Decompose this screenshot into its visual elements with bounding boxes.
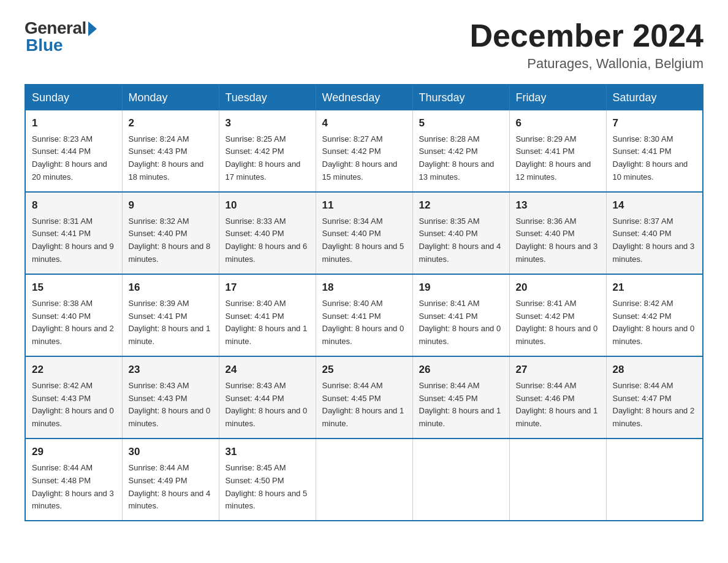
day-info: Sunrise: 8:24 AMSunset: 4:43 PMDaylight:… <box>129 134 204 182</box>
title-section: December 2024 Paturages, Wallonia, Belgi… <box>469 18 703 72</box>
day-of-week-header: Sunday <box>25 85 122 110</box>
page-header: General Blue December 2024 Paturages, Wa… <box>25 18 703 72</box>
calendar-day-cell: 10Sunrise: 8:33 AMSunset: 4:40 PMDayligh… <box>219 192 316 274</box>
calendar-day-cell: 17Sunrise: 8:40 AMSunset: 4:41 PMDayligh… <box>219 274 316 356</box>
day-of-week-header: Wednesday <box>316 85 412 110</box>
calendar-day-cell: 26Sunrise: 8:44 AMSunset: 4:45 PMDayligh… <box>412 356 509 439</box>
day-number: 20 <box>516 280 600 296</box>
day-info: Sunrise: 8:38 AMSunset: 4:40 PMDaylight:… <box>32 299 114 347</box>
calendar-day-cell: 5Sunrise: 8:28 AMSunset: 4:42 PMDaylight… <box>412 110 509 192</box>
calendar-day-cell: 12Sunrise: 8:35 AMSunset: 4:40 PMDayligh… <box>412 192 509 274</box>
day-info: Sunrise: 8:30 AMSunset: 4:41 PMDaylight:… <box>613 134 688 182</box>
calendar-day-cell: 9Sunrise: 8:32 AMSunset: 4:40 PMDaylight… <box>122 192 219 274</box>
calendar-day-cell <box>316 439 412 521</box>
calendar-day-cell <box>606 439 703 521</box>
day-of-week-header: Friday <box>509 85 606 110</box>
calendar-table: SundayMondayTuesdayWednesdayThursdayFrid… <box>25 84 703 521</box>
calendar-day-cell: 25Sunrise: 8:44 AMSunset: 4:45 PMDayligh… <box>316 356 412 439</box>
calendar-day-cell: 4Sunrise: 8:27 AMSunset: 4:42 PMDaylight… <box>316 110 412 192</box>
day-number: 29 <box>32 444 116 460</box>
calendar-week-row: 1Sunrise: 8:23 AMSunset: 4:44 PMDaylight… <box>25 110 703 192</box>
day-info: Sunrise: 8:45 AMSunset: 4:50 PMDaylight:… <box>226 463 308 511</box>
day-info: Sunrise: 8:43 AMSunset: 4:44 PMDaylight:… <box>226 381 308 429</box>
day-info: Sunrise: 8:42 AMSunset: 4:43 PMDaylight:… <box>32 381 114 429</box>
day-number: 7 <box>613 115 697 131</box>
day-number: 25 <box>322 362 406 378</box>
day-info: Sunrise: 8:44 AMSunset: 4:45 PMDaylight:… <box>322 381 404 429</box>
calendar-day-cell: 13Sunrise: 8:36 AMSunset: 4:40 PMDayligh… <box>509 192 606 274</box>
day-number: 6 <box>516 115 600 131</box>
calendar-week-row: 22Sunrise: 8:42 AMSunset: 4:43 PMDayligh… <box>25 356 703 439</box>
day-number: 16 <box>129 280 213 296</box>
calendar-day-cell: 3Sunrise: 8:25 AMSunset: 4:42 PMDaylight… <box>219 110 316 192</box>
day-info: Sunrise: 8:27 AMSunset: 4:42 PMDaylight:… <box>322 134 398 182</box>
day-info: Sunrise: 8:33 AMSunset: 4:40 PMDaylight:… <box>226 216 308 264</box>
logo-arrow-icon <box>88 21 97 36</box>
calendar-day-cell: 29Sunrise: 8:44 AMSunset: 4:48 PMDayligh… <box>25 439 122 521</box>
calendar-day-cell: 6Sunrise: 8:29 AMSunset: 4:41 PMDaylight… <box>509 110 606 192</box>
calendar-day-cell: 11Sunrise: 8:34 AMSunset: 4:40 PMDayligh… <box>316 192 412 274</box>
calendar-day-cell: 14Sunrise: 8:37 AMSunset: 4:40 PMDayligh… <box>606 192 703 274</box>
day-info: Sunrise: 8:35 AMSunset: 4:40 PMDaylight:… <box>419 216 501 264</box>
day-number: 13 <box>516 197 600 213</box>
day-info: Sunrise: 8:39 AMSunset: 4:41 PMDaylight:… <box>129 299 211 347</box>
day-of-week-header: Saturday <box>606 85 703 110</box>
calendar-day-cell: 19Sunrise: 8:41 AMSunset: 4:41 PMDayligh… <box>412 274 509 356</box>
day-info: Sunrise: 8:25 AMSunset: 4:42 PMDaylight:… <box>226 134 301 182</box>
day-number: 9 <box>129 197 213 213</box>
day-info: Sunrise: 8:32 AMSunset: 4:40 PMDaylight:… <box>129 216 211 264</box>
day-number: 1 <box>32 115 116 131</box>
location-subtitle: Paturages, Wallonia, Belgium <box>469 56 703 72</box>
day-number: 23 <box>129 362 213 378</box>
calendar-day-cell: 1Sunrise: 8:23 AMSunset: 4:44 PMDaylight… <box>25 110 122 192</box>
day-number: 15 <box>32 280 116 296</box>
day-info: Sunrise: 8:44 AMSunset: 4:47 PMDaylight:… <box>613 381 695 429</box>
calendar-day-cell: 7Sunrise: 8:30 AMSunset: 4:41 PMDaylight… <box>606 110 703 192</box>
calendar-day-cell: 21Sunrise: 8:42 AMSunset: 4:42 PMDayligh… <box>606 274 703 356</box>
day-info: Sunrise: 8:44 AMSunset: 4:48 PMDaylight:… <box>32 463 114 511</box>
calendar-day-cell: 16Sunrise: 8:39 AMSunset: 4:41 PMDayligh… <box>122 274 219 356</box>
day-number: 2 <box>129 115 213 131</box>
day-info: Sunrise: 8:29 AMSunset: 4:41 PMDaylight:… <box>516 134 591 182</box>
day-info: Sunrise: 8:37 AMSunset: 4:40 PMDaylight:… <box>613 216 695 264</box>
day-of-week-header: Thursday <box>412 85 509 110</box>
day-number: 19 <box>419 280 503 296</box>
calendar-day-cell: 2Sunrise: 8:24 AMSunset: 4:43 PMDaylight… <box>122 110 219 192</box>
day-info: Sunrise: 8:44 AMSunset: 4:46 PMDaylight:… <box>516 381 598 429</box>
day-info: Sunrise: 8:40 AMSunset: 4:41 PMDaylight:… <box>322 299 404 347</box>
day-info: Sunrise: 8:42 AMSunset: 4:42 PMDaylight:… <box>613 299 695 347</box>
calendar-day-cell: 15Sunrise: 8:38 AMSunset: 4:40 PMDayligh… <box>25 274 122 356</box>
calendar-day-cell: 18Sunrise: 8:40 AMSunset: 4:41 PMDayligh… <box>316 274 412 356</box>
day-number: 11 <box>322 197 406 213</box>
day-number: 5 <box>419 115 503 131</box>
day-info: Sunrise: 8:41 AMSunset: 4:41 PMDaylight:… <box>419 299 501 347</box>
day-number: 22 <box>32 362 116 378</box>
month-title: December 2024 <box>469 18 703 53</box>
day-info: Sunrise: 8:34 AMSunset: 4:40 PMDaylight:… <box>322 216 404 264</box>
calendar-day-cell: 30Sunrise: 8:44 AMSunset: 4:49 PMDayligh… <box>122 439 219 521</box>
day-number: 26 <box>419 362 503 378</box>
calendar-day-cell: 27Sunrise: 8:44 AMSunset: 4:46 PMDayligh… <box>509 356 606 439</box>
calendar-week-row: 15Sunrise: 8:38 AMSunset: 4:40 PMDayligh… <box>25 274 703 356</box>
logo-blue-text: Blue <box>26 36 63 55</box>
calendar-header-row: SundayMondayTuesdayWednesdayThursdayFrid… <box>25 85 703 110</box>
day-info: Sunrise: 8:28 AMSunset: 4:42 PMDaylight:… <box>419 134 495 182</box>
logo: General Blue <box>25 18 97 55</box>
calendar-day-cell: 31Sunrise: 8:45 AMSunset: 4:50 PMDayligh… <box>219 439 316 521</box>
calendar-day-cell: 8Sunrise: 8:31 AMSunset: 4:41 PMDaylight… <box>25 192 122 274</box>
day-number: 4 <box>322 115 406 131</box>
day-number: 27 <box>516 362 600 378</box>
calendar-day-cell: 23Sunrise: 8:43 AMSunset: 4:43 PMDayligh… <box>122 356 219 439</box>
calendar-day-cell <box>412 439 509 521</box>
day-number: 12 <box>419 197 503 213</box>
day-number: 8 <box>32 197 116 213</box>
day-number: 31 <box>226 444 309 460</box>
day-number: 14 <box>613 197 697 213</box>
day-number: 18 <box>322 280 406 296</box>
calendar-day-cell: 28Sunrise: 8:44 AMSunset: 4:47 PMDayligh… <box>606 356 703 439</box>
day-info: Sunrise: 8:31 AMSunset: 4:41 PMDaylight:… <box>32 216 114 264</box>
calendar-day-cell: 20Sunrise: 8:41 AMSunset: 4:42 PMDayligh… <box>509 274 606 356</box>
day-info: Sunrise: 8:41 AMSunset: 4:42 PMDaylight:… <box>516 299 598 347</box>
day-number: 30 <box>129 444 213 460</box>
day-number: 3 <box>226 115 309 131</box>
